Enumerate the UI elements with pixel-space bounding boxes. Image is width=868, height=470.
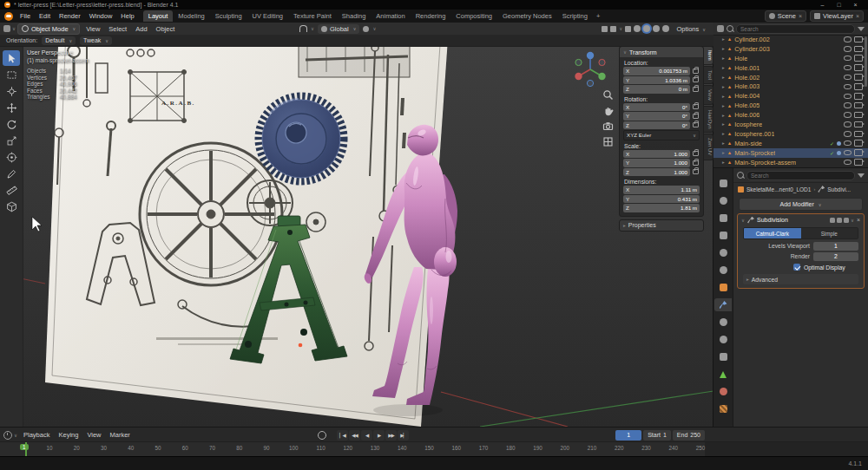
lock-icon[interactable] bbox=[693, 151, 699, 156]
physics-tab[interactable] bbox=[714, 333, 732, 346]
pan-hand-icon[interactable] bbox=[602, 105, 614, 116]
jump-to-start-button[interactable]: ▏◀ bbox=[337, 430, 348, 441]
scene-tab[interactable] bbox=[714, 246, 732, 259]
lock-icon[interactable] bbox=[693, 160, 699, 166]
playhead-frame-label[interactable]: 1 bbox=[20, 444, 29, 450]
gizmos-toggle-icon[interactable] bbox=[602, 26, 608, 32]
viewlayer-selector[interactable]: ViewLayer × bbox=[810, 10, 864, 22]
hide-in-viewport-icon[interactable] bbox=[844, 94, 852, 100]
maximize-button[interactable]: □ bbox=[831, 2, 847, 8]
close-button[interactable]: × bbox=[847, 2, 864, 8]
workspace-tab[interactable]: Sculpting bbox=[210, 10, 247, 22]
shading-solid-icon[interactable] bbox=[643, 25, 650, 32]
workspace-tab[interactable]: Scripting bbox=[557, 10, 593, 22]
world-tab[interactable] bbox=[714, 264, 732, 277]
hide-in-viewport-icon[interactable] bbox=[844, 112, 852, 118]
hide-in-viewport-icon[interactable] bbox=[844, 84, 852, 90]
menu-item[interactable]: Render bbox=[55, 11, 85, 21]
dimension-field[interactable]: Y0.431 m bbox=[623, 195, 700, 204]
expand-icon[interactable]: ▸ bbox=[722, 113, 725, 118]
menu-item[interactable]: Window bbox=[85, 11, 117, 21]
optimal-display-checkbox[interactable] bbox=[793, 264, 800, 271]
menu-item[interactable]: Edit bbox=[35, 11, 55, 21]
lock-icon[interactable] bbox=[693, 114, 699, 119]
editor-type-icon[interactable] bbox=[3, 25, 10, 32]
workspace-tab[interactable]: Rendering bbox=[411, 10, 451, 22]
timeline-menu-item[interactable]: Keying bbox=[54, 430, 82, 440]
render-tab[interactable] bbox=[714, 194, 732, 207]
outliner-item[interactable]: ▸ ▲ Hole.002 bbox=[713, 73, 868, 82]
outliner-scrollbar[interactable] bbox=[865, 36, 867, 87]
disable-in-render-icon[interactable] bbox=[854, 74, 863, 81]
expand-icon[interactable]: ▸ bbox=[722, 150, 725, 155]
outliner-item[interactable]: ▸ ▲ Hole.003 bbox=[713, 82, 868, 91]
modifiers-tab[interactable] bbox=[714, 298, 732, 311]
blender-menu-icon[interactable] bbox=[4, 12, 13, 21]
subdivision-type-button[interactable]: Catmull-Clark bbox=[744, 228, 801, 238]
mode-dropdown[interactable]: Object Mode∨ bbox=[17, 23, 80, 35]
outliner-search-input[interactable] bbox=[736, 24, 855, 34]
proportional-editing-icon[interactable] bbox=[363, 26, 369, 32]
viewport-menu-item[interactable]: Add bbox=[131, 24, 151, 34]
expand-icon[interactable]: ▸ bbox=[722, 84, 725, 89]
remove-modifier-icon[interactable]: × bbox=[857, 217, 860, 223]
lock-icon[interactable] bbox=[693, 69, 699, 74]
rotate-tool[interactable] bbox=[3, 116, 20, 132]
workspace-tab[interactable]: Layout bbox=[143, 10, 174, 22]
transform-panel-header[interactable]: ∨Transform bbox=[620, 47, 703, 57]
subdivision-type-button[interactable]: Simple bbox=[801, 228, 858, 238]
orientation-dropdown[interactable]: Default∨ bbox=[42, 36, 76, 45]
hide-in-viewport-icon[interactable] bbox=[844, 75, 852, 81]
lock-icon[interactable] bbox=[693, 169, 699, 174]
frame-end-field[interactable]: End250 bbox=[673, 430, 705, 441]
rotation-mode-dropdown[interactable]: XYZ Euler∨ bbox=[623, 130, 700, 140]
hide-in-viewport-icon[interactable] bbox=[844, 140, 852, 147]
n-panel-tab[interactable]: View bbox=[704, 85, 713, 105]
lock-icon[interactable] bbox=[693, 122, 699, 127]
jump-to-end-button[interactable]: ▶▏ bbox=[398, 430, 409, 441]
disable-in-render-icon[interactable] bbox=[854, 64, 863, 71]
expand-icon[interactable]: ▸ bbox=[722, 103, 725, 108]
constraints-tab[interactable] bbox=[714, 350, 732, 363]
location-field[interactable]: Y1.0336 m bbox=[623, 76, 690, 85]
workspace-tab[interactable]: Compositing bbox=[450, 10, 497, 22]
location-field[interactable]: X0.001753 m bbox=[623, 67, 690, 75]
outliner-item[interactable]: ▸ ▲ Icosphere bbox=[713, 120, 868, 129]
edit-mode-display-icon[interactable] bbox=[830, 218, 835, 223]
auto-keying-toggle-icon[interactable] bbox=[318, 431, 326, 440]
view-layer-tab[interactable] bbox=[714, 229, 732, 242]
properties-search-input[interactable] bbox=[746, 171, 855, 180]
outliner-item[interactable]: ▸ ▲ Main-side ✓ bbox=[713, 139, 868, 148]
filter-icon[interactable] bbox=[858, 173, 865, 178]
modifier-panel-header[interactable]: ∨ Subdivision ∨ × bbox=[738, 214, 864, 225]
advanced-section[interactable]: ▸Advanced bbox=[743, 274, 858, 284]
n-panel-tab[interactable]: Item bbox=[704, 46, 713, 65]
tweak-tool[interactable] bbox=[3, 50, 20, 66]
expand-icon[interactable]: ▸ bbox=[722, 75, 725, 80]
scale-field[interactable]: Y1.000 bbox=[623, 159, 690, 167]
object-data-tab[interactable] bbox=[714, 368, 732, 381]
move-tool[interactable] bbox=[3, 100, 20, 115]
workspace-tab[interactable]: Modeling bbox=[173, 10, 209, 22]
play-reverse-button[interactable]: ◀ bbox=[361, 430, 372, 441]
previous-keyframe-button[interactable]: ◀◀ bbox=[349, 430, 360, 441]
material-tab[interactable] bbox=[714, 385, 732, 398]
modifier-extras-icon[interactable]: ∨ bbox=[851, 218, 854, 223]
workspace-tab[interactable]: Animation bbox=[371, 10, 410, 22]
axis-navigation-gizmo[interactable] bbox=[571, 50, 609, 88]
workspace-tab[interactable]: Texture Paint bbox=[288, 10, 337, 22]
orthographic-toggle-icon[interactable] bbox=[602, 136, 614, 147]
object-tab[interactable] bbox=[714, 281, 732, 294]
n-panel-tab[interactable]: Tool bbox=[704, 66, 713, 84]
tool-tab[interactable] bbox=[714, 177, 732, 190]
annotate-tool[interactable] bbox=[3, 166, 20, 181]
disable-in-render-icon[interactable] bbox=[854, 36, 863, 43]
shading-material-icon[interactable] bbox=[653, 25, 660, 32]
n-panel-tab[interactable]: Zen UV bbox=[704, 134, 713, 160]
render-display-icon[interactable] bbox=[844, 218, 849, 223]
disable-in-render-icon[interactable] bbox=[854, 121, 863, 128]
rotation-field[interactable]: Y0° bbox=[623, 112, 690, 121]
hide-in-viewport-icon[interactable] bbox=[844, 150, 852, 156]
expand-icon[interactable]: ▸ bbox=[722, 94, 725, 99]
viewport-menu-item[interactable]: Object bbox=[152, 24, 180, 34]
